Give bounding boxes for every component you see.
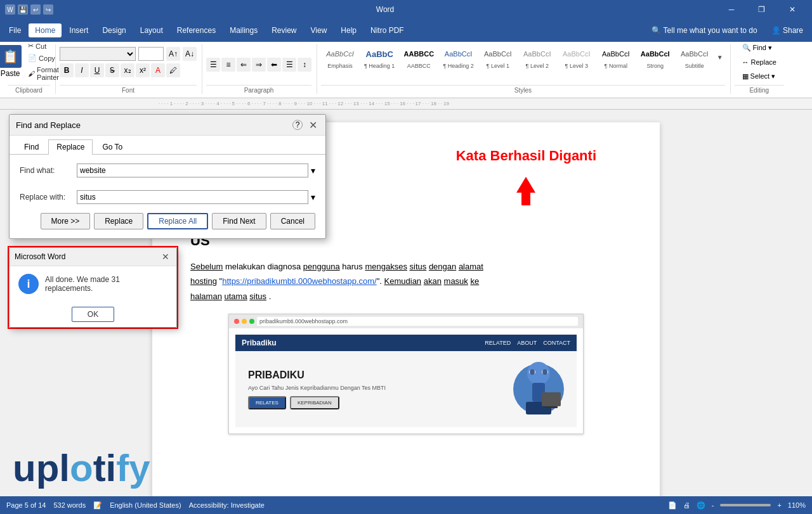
ok-button[interactable]: OK (72, 307, 114, 322)
spacer (20, 184, 315, 190)
dialog-help-button[interactable]: ? (292, 120, 303, 130)
menu-design[interactable]: Design (96, 23, 132, 37)
share-button[interactable]: 👤 Share (765, 23, 809, 37)
undo-icon[interactable]: ↩ (30, 4, 41, 15)
svg-rect-8 (542, 392, 561, 406)
menu-home[interactable]: Home (29, 23, 62, 37)
style-emphasis[interactable]: AaBbCcI Emphasis (321, 42, 359, 72)
restore-button[interactable]: ❐ (747, 0, 776, 19)
svg-marker-0 (516, 177, 535, 205)
redo-icon[interactable]: ↪ (43, 4, 53, 15)
pengguna-word: pengguna (303, 262, 340, 271)
hero-title: PRIBADIKU (248, 369, 386, 381)
clipboard-content: 📋 Paste ✂ Cut 📄 Copy 🖌 Format Painter (0, 38, 62, 82)
tab-find[interactable]: Find (16, 139, 47, 154)
align-center-button[interactable]: ☰ (282, 58, 296, 72)
align-left-button[interactable]: ⬅ (267, 58, 281, 72)
cancel-button[interactable]: Cancel (270, 213, 315, 229)
more-button[interactable]: More >> (41, 213, 91, 229)
replace-button[interactable]: ↔ Replace (737, 56, 782, 68)
menu-references[interactable]: References (171, 23, 222, 37)
level3-label: ¶ Level 3 (565, 63, 588, 69)
cut-button[interactable]: ✂ Cut (25, 41, 62, 51)
alert-close-button[interactable]: ✕ (160, 251, 171, 262)
zoom-slider[interactable] (720, 504, 771, 506)
copy-button[interactable]: 📄 Copy (25, 53, 62, 63)
hero-btn1[interactable]: RELATES (248, 396, 286, 409)
view-read-icon[interactable]: 📄 (668, 501, 677, 510)
styles-group: AaBbCcI Emphasis AaBbC ¶ Heading 1 AABBC… (318, 44, 731, 94)
select-button[interactable]: ▦ Select ▾ (737, 70, 781, 82)
editing-group: 🔍 Find ▾ ↔ Replace ▦ Select ▾ Editing (732, 44, 789, 94)
shrink-font-button[interactable]: A↓ (183, 47, 197, 61)
paste-button[interactable]: 📋 Paste (0, 42, 24, 80)
line-spacing-button[interactable]: ↕ (298, 58, 311, 72)
akan-word: akan (424, 276, 442, 286)
bold-button[interactable]: B (60, 63, 74, 77)
style-strong[interactable]: AaBbCcI Strong (636, 42, 674, 72)
styles-scroll-arrow[interactable]: ▼ (715, 32, 725, 82)
dialog-tabs: Find Replace Go To (10, 136, 325, 155)
find-input[interactable] (77, 164, 308, 177)
superscript-button[interactable]: x² (136, 63, 150, 77)
minimize-button[interactable]: ─ (717, 0, 746, 19)
font-name-select[interactable] (60, 47, 136, 61)
find-button[interactable]: 🔍 Find ▾ (737, 42, 777, 54)
level3-preview: AaBbCcI (563, 45, 590, 63)
situs-word: situs (410, 262, 427, 271)
style-level3[interactable]: AaBbCcI ¶ Level 3 (558, 42, 596, 72)
replace-dropdown-arrow[interactable]: ▾ (311, 192, 315, 202)
replace-input[interactable] (77, 190, 308, 204)
bullets-button[interactable]: ☰ (206, 58, 220, 72)
replace-button[interactable]: Replace (94, 213, 143, 229)
grow-font-button[interactable]: A↑ (166, 47, 180, 61)
word-icon: W (5, 4, 15, 15)
menu-mailings[interactable]: Mailings (223, 23, 264, 37)
style-heading2[interactable]: AaBbCcI ¶ Heading 2 (439, 42, 477, 72)
menu-file[interactable]: File (3, 23, 27, 37)
url-link[interactable]: https://pribadikumbti.000webhostapp.com/ (222, 276, 377, 286)
heading1-label: ¶ Heading 1 (364, 63, 395, 69)
subscript-button[interactable]: x₂ (121, 63, 134, 77)
menu-review[interactable]: Review (265, 23, 303, 37)
tab-replace[interactable]: Replace (48, 139, 93, 155)
style-normal[interactable]: AaBbCcI ¶ Normal (597, 42, 635, 72)
zoom-out-button[interactable]: - (712, 501, 714, 509)
underline-button[interactable]: U (90, 63, 104, 77)
situs2-word: situs (249, 292, 266, 301)
find-next-button[interactable]: Find Next (212, 213, 266, 229)
font-size-input[interactable] (138, 47, 164, 61)
save-icon[interactable]: 💾 (18, 4, 28, 15)
find-dropdown-arrow[interactable]: ▾ (311, 165, 315, 176)
normal-label: ¶ Normal (605, 63, 627, 69)
hero-btn2[interactable]: KEPRIBADIAN (290, 396, 339, 409)
close-button[interactable]: ✕ (778, 0, 807, 19)
view-web-icon[interactable]: 🌐 (697, 501, 705, 510)
font-label: Font (60, 85, 197, 94)
tab-goto[interactable]: Go To (94, 139, 131, 154)
strikethrough-button[interactable]: S̶ (105, 63, 119, 77)
dialog-close-button[interactable]: ✕ (306, 119, 319, 131)
replace-all-button[interactable]: Replace All (147, 213, 208, 229)
style-heading1[interactable]: AaBbC ¶ Heading 1 (360, 42, 398, 72)
menu-insert[interactable]: Insert (63, 23, 95, 37)
highlight-button[interactable]: 🖊 (166, 63, 180, 77)
zoom-in-button[interactable]: + (777, 501, 781, 509)
style-aabbcc[interactable]: AABBCC AABBCC (400, 42, 438, 72)
style-subtitle[interactable]: AaBbCcI Subtitle (676, 42, 714, 72)
style-level2[interactable]: AaBbCcI ¶ Level 2 (518, 42, 556, 72)
text-color-button[interactable]: A (151, 63, 165, 77)
font-group: A↑ A↓ B I U S̶ x₂ x² A 🖊 Font (57, 44, 202, 94)
indent-increase-button[interactable]: ⇒ (252, 58, 266, 72)
menu-layout[interactable]: Layout (134, 23, 169, 37)
style-level1[interactable]: AaBbCcI ¶ Level 1 (479, 42, 517, 72)
strong-label: Strong (646, 63, 664, 69)
indent-decrease-button[interactable]: ⇐ (237, 58, 251, 72)
italic-button[interactable]: I (75, 63, 89, 77)
accessibility-label: Accessibility: Investigate (189, 501, 265, 509)
heading2-label: ¶ Heading 2 (443, 63, 473, 69)
normal-preview: AaBbCcI (602, 45, 629, 63)
numbered-list-button[interactable]: ≡ (221, 58, 235, 72)
view-print-icon[interactable]: 🖨 (683, 501, 690, 509)
format-painter-button[interactable]: 🖌 Format Painter (25, 65, 62, 82)
